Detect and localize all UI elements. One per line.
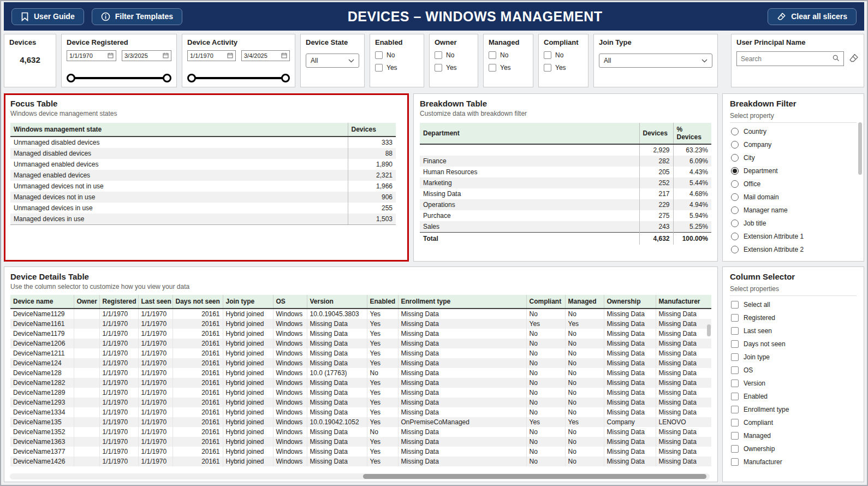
- column-selector-option[interactable]: Join type: [730, 351, 857, 364]
- breakdown-filter-radio[interactable]: [731, 128, 739, 135]
- device-table-header[interactable]: Last seen: [138, 295, 173, 309]
- device-table-header[interactable]: Registered: [99, 295, 138, 309]
- focus-table-row[interactable]: Unmanaged devices not in use 1,966: [10, 181, 396, 192]
- column-selector-option[interactable]: Select all: [730, 298, 857, 311]
- breakdown-table-row[interactable]: Finance 282 6.09%: [420, 156, 711, 167]
- user-guide-button[interactable]: User Guide: [11, 8, 84, 25]
- owner-no-option[interactable]: No: [435, 51, 473, 59]
- device-table-row[interactable]: DeviceName1334 1/1/1970 1/1/1970 20161 H…: [10, 407, 711, 417]
- device-table-header[interactable]: Join type: [223, 295, 273, 309]
- column-selector-option[interactable]: OS: [730, 364, 857, 377]
- enabled-yes-option[interactable]: Yes: [375, 64, 419, 72]
- column-selector-option[interactable]: Days not seen: [730, 337, 857, 351]
- column-selector-checkbox[interactable]: [731, 327, 739, 335]
- activity-start-date-input[interactable]: 1/1/1970: [187, 50, 236, 61]
- device-table-row[interactable]: DeviceName128 1/1/1970 1/1/1970 20161 Hy…: [10, 368, 711, 378]
- column-selector-checkbox[interactable]: [731, 458, 739, 466]
- focus-table-row[interactable]: Managed devices not in use 906: [10, 192, 396, 203]
- breakdown-filter-radio[interactable]: [731, 206, 739, 214]
- join-type-dropdown[interactable]: All: [599, 54, 712, 68]
- device-table-row[interactable]: DeviceName1206 1/1/1970 1/1/1970 20161 H…: [10, 339, 711, 348]
- focus-table-row[interactable]: Unmanaged devices in use 255: [10, 203, 396, 214]
- breakdown-filter-radio[interactable]: [731, 246, 739, 253]
- device-table-header[interactable]: Enabled: [367, 295, 398, 309]
- compliant-yes-option[interactable]: Yes: [544, 64, 583, 72]
- breakdown-filter-option[interactable]: City: [730, 151, 857, 164]
- column-selector-checkbox[interactable]: [731, 340, 739, 348]
- focus-table-row[interactable]: Managed devices in use 1,503: [10, 214, 396, 225]
- focus-table-row[interactable]: Managed enabled devices 2,321: [10, 170, 396, 181]
- column-selector-option[interactable]: Enrollment type: [730, 403, 857, 416]
- focus-table-row[interactable]: Unmanaged disabled devices 333: [10, 137, 396, 148]
- breakdown-table-row[interactable]: Marketing 252 5.44%: [420, 177, 711, 188]
- device-table-row[interactable]: DeviceName1352 1/1/1970 1/1/1970 20161 H…: [10, 427, 711, 437]
- upn-search-input[interactable]: [741, 55, 833, 63]
- column-selector-option[interactable]: Registered: [730, 311, 857, 324]
- device-table-header[interactable]: Version: [307, 295, 367, 309]
- breakdown-table-row[interactable]: Human Resources 205 4.43%: [420, 167, 711, 177]
- column-selector-option[interactable]: Managed: [730, 429, 857, 442]
- breakdown-col-pct-devices[interactable]: % Devices: [673, 123, 711, 144]
- focus-col-state[interactable]: Windows management state: [10, 123, 348, 137]
- focus-table-row[interactable]: Managed disabled devices 88: [10, 148, 396, 159]
- breakdown-filter-radio[interactable]: [731, 141, 739, 149]
- device-table-header[interactable]: Compliant: [526, 295, 565, 309]
- focus-table-row[interactable]: Unmanaged enabled devices 1,890: [10, 159, 396, 170]
- breakdown-filter-option[interactable]: Office: [730, 177, 857, 191]
- breakdown-filter-radio[interactable]: [731, 193, 739, 201]
- column-selector-option[interactable]: Manufacturer: [730, 455, 857, 469]
- device-state-dropdown[interactable]: All: [306, 54, 359, 68]
- slider-handle-right[interactable]: [163, 74, 171, 82]
- breakdown-table-row[interactable]: Sales 243 5.25%: [420, 221, 711, 233]
- registered-start-date-input[interactable]: 1/1/1970: [67, 50, 116, 61]
- enabled-no-checkbox[interactable]: [375, 51, 383, 59]
- breakdown-filter-option[interactable]: Job title: [730, 217, 857, 230]
- device-table-row[interactable]: DeviceName1161 1/1/1970 1/1/1970 20161 H…: [10, 319, 711, 329]
- column-selector-checkbox[interactable]: [731, 366, 739, 374]
- device-table-row[interactable]: DeviceName1211 1/1/1970 1/1/1970 20161 H…: [10, 348, 711, 358]
- breakdown-col-devices[interactable]: Devices: [639, 123, 673, 144]
- filter-templates-button[interactable]: Filter Templates: [92, 8, 182, 25]
- breakdown-table-row[interactable]: Missing Data 217 4.68%: [420, 188, 711, 199]
- breakdown-filter-radio[interactable]: [731, 233, 739, 240]
- column-selector-checkbox[interactable]: [731, 353, 739, 361]
- compliant-no-option[interactable]: No: [544, 51, 583, 59]
- breakdown-filter-radio[interactable]: [731, 220, 739, 227]
- breakdown-filter-option[interactable]: Mail domain: [730, 191, 857, 204]
- column-selector-checkbox[interactable]: [731, 380, 739, 387]
- breakdown-filter-radio[interactable]: [731, 154, 739, 162]
- breakdown-filter-option[interactable]: Extension Attribute 1: [730, 230, 857, 243]
- device-table-row[interactable]: DeviceName1282 1/1/1970 1/1/1970 20161 H…: [10, 378, 711, 388]
- activity-end-date-input[interactable]: 3/4/2025: [241, 50, 290, 61]
- column-selector-option[interactable]: Version: [730, 377, 857, 390]
- breakdown-filter-option[interactable]: Manager name: [730, 204, 857, 217]
- column-selector-option[interactable]: Ownership: [730, 442, 857, 455]
- managed-no-option[interactable]: No: [489, 51, 528, 59]
- breakdown-table-row[interactable]: Operations 229 4.94%: [420, 199, 711, 210]
- managed-yes-option[interactable]: Yes: [489, 64, 528, 72]
- column-selector-option[interactable]: Last seen: [730, 324, 857, 337]
- device-table-row[interactable]: DeviceName1289 1/1/1970 1/1/1970 20161 H…: [10, 388, 711, 398]
- device-table-row[interactable]: DeviceName1363 1/1/1970 1/1/1970 20161 H…: [10, 437, 711, 447]
- device-table-row[interactable]: DeviceName1293 1/1/1970 1/1/1970 20161 H…: [10, 398, 711, 407]
- breakdown-table-row[interactable]: Purchace 275 5.94%: [420, 210, 711, 221]
- device-table-header[interactable]: OS: [273, 295, 307, 309]
- column-selector-checkbox[interactable]: [731, 432, 739, 440]
- column-selector-checkbox[interactable]: [731, 406, 739, 413]
- device-table-header[interactable]: Owner: [74, 295, 99, 309]
- owner-yes-option[interactable]: Yes: [435, 64, 473, 72]
- column-selector-checkbox[interactable]: [731, 301, 739, 309]
- managed-yes-checkbox[interactable]: [489, 64, 496, 72]
- column-selector-checkbox[interactable]: [731, 393, 739, 400]
- slider-handle-right[interactable]: [281, 74, 290, 82]
- breakdown-filter-option[interactable]: Department: [730, 164, 857, 177]
- device-table-row[interactable]: DeviceName1377 1/1/1970 1/1/1970 20161 H…: [10, 447, 711, 457]
- vertical-scrollbar-thumb[interactable]: [707, 324, 711, 336]
- device-table-row[interactable]: DeviceName1179 1/1/1970 1/1/1970 20161 H…: [10, 329, 711, 339]
- enabled-yes-checkbox[interactable]: [375, 64, 383, 72]
- device-table-row[interactable]: DeviceName1129 1/1/1970 1/1/1970 20161 H…: [10, 309, 711, 319]
- column-selector-checkbox[interactable]: [731, 314, 739, 322]
- vertical-scrollbar-thumb[interactable]: [858, 122, 862, 175]
- owner-no-checkbox[interactable]: [435, 51, 442, 59]
- breakdown-filter-radio[interactable]: [731, 167, 739, 175]
